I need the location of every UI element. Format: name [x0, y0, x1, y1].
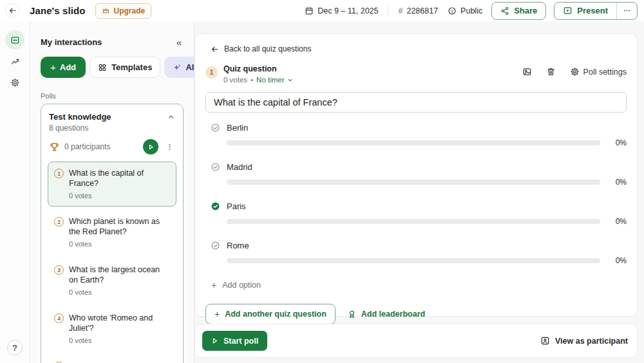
question-number-badge: 3	[54, 265, 64, 275]
question-item-votes: 0 votes	[69, 337, 170, 344]
poll-menu-button[interactable]	[164, 142, 175, 153]
visibility-label: Public	[460, 6, 482, 15]
more-icon	[623, 6, 631, 15]
add-button[interactable]: + Add	[41, 57, 86, 78]
question-item-body: Who wrote 'Romeo and Juliet'? 0 votes	[69, 313, 170, 344]
option-label-row: Rome	[205, 241, 627, 250]
delete-question-button[interactable]	[546, 67, 556, 77]
question-item-text: Which planet is known as the Red Planet?	[69, 216, 170, 237]
collapse-sidebar-button[interactable]: «	[175, 36, 184, 48]
play-icon	[211, 337, 218, 344]
add-quiz-question-button[interactable]: + Add another quiz question	[205, 304, 336, 324]
image-icon	[522, 67, 532, 77]
add-option-button[interactable]: + Add option	[205, 280, 261, 290]
correct-answer-icon[interactable]	[211, 201, 220, 211]
present-label: Present	[577, 6, 608, 15]
left-rail: ?	[0, 21, 30, 363]
page-title: Jane's slido	[30, 5, 85, 16]
option-result-row: 0%	[227, 138, 627, 147]
question-list-item[interactable]: 5 What is the smallest country in the wo…	[48, 355, 176, 363]
option-label-row: Berlin	[205, 123, 627, 133]
present-button[interactable]: Present	[554, 3, 616, 19]
start-poll-button[interactable]: Start poll	[202, 331, 267, 351]
correct-toggle-icon[interactable]	[211, 241, 220, 250]
share-label: Share	[514, 6, 537, 15]
question-list-item[interactable]: 3 What is the largest ocean on Earth? 0 …	[48, 258, 176, 303]
poll-meta-row: 0 participants	[49, 139, 175, 154]
sidebar-header: My interactions «	[41, 36, 184, 48]
poll-settings-button[interactable]: Poll settings	[570, 67, 627, 77]
question-number-badge: 1	[54, 169, 64, 178]
interactions-icon	[10, 35, 20, 45]
correct-toggle-icon[interactable]	[211, 162, 220, 172]
option-percent: 0%	[607, 217, 627, 226]
question-input[interactable]	[205, 92, 627, 113]
add-label: Add	[60, 62, 76, 72]
plus-icon: +	[214, 309, 220, 319]
option-label[interactable]: Madrid	[227, 162, 252, 172]
question-type-label: Quiz question	[223, 64, 294, 73]
plus-icon: +	[211, 280, 216, 290]
option-label-row: Paris	[205, 201, 627, 211]
question-votes: 0 votes	[223, 76, 247, 84]
kebab-icon	[166, 143, 174, 151]
question-item-votes: 0 votes	[69, 192, 170, 200]
question-item-text: What is the largest ocean on Earth?	[69, 265, 170, 285]
hash-icon: #	[398, 6, 402, 15]
question-item-votes: 0 votes	[69, 288, 170, 296]
add-leaderboard-button[interactable]: Add leaderboard	[347, 310, 425, 319]
polls-section-label: Polls	[41, 92, 184, 100]
arrow-left-icon	[8, 6, 17, 15]
upgrade-button[interactable]: Upgrade	[95, 3, 151, 19]
add-image-button[interactable]	[522, 67, 532, 77]
help-button[interactable]: ?	[7, 340, 23, 355]
option-label[interactable]: Rome	[227, 241, 249, 250]
back-to-questions-link[interactable]: Back to all quiz questions	[205, 44, 311, 53]
share-button[interactable]: Share	[491, 2, 546, 20]
poll-footer-bar: Start poll View as participant	[194, 324, 638, 358]
separator-dot: •	[251, 76, 253, 84]
option-result-row: 0%	[227, 178, 627, 187]
correct-toggle-icon[interactable]	[211, 123, 220, 133]
visibility-status[interactable]: Public	[448, 6, 482, 15]
poll-title: Test knowledge	[49, 112, 111, 122]
event-code-value: 2286817	[406, 6, 438, 15]
play-poll-button[interactable]	[143, 139, 158, 154]
option-label[interactable]: Paris	[227, 201, 246, 211]
option-row: Madrid 0%	[205, 162, 627, 187]
back-button[interactable]	[5, 3, 20, 18]
gear-icon	[570, 67, 580, 77]
topbar-divider	[388, 6, 388, 15]
gear-icon	[10, 78, 20, 88]
templates-button[interactable]: Templates	[90, 57, 160, 78]
option-row: Rome 0%	[205, 241, 627, 265]
rail-item-interactions[interactable]	[5, 30, 24, 50]
participants-count: 0 participants	[64, 142, 143, 151]
question-list-item[interactable]: 1 What is the capital of France? 0 votes	[48, 162, 176, 207]
option-progress-bar	[227, 258, 600, 263]
templates-label: Templates	[111, 62, 152, 72]
present-more-button[interactable]	[616, 3, 637, 19]
option-label[interactable]: Berlin	[227, 123, 248, 133]
question-list-item[interactable]: 2 Which planet is known as the Red Plane…	[48, 210, 176, 255]
question-item-text: Who wrote 'Romeo and Juliet'?	[69, 313, 170, 333]
rail-item-settings[interactable]	[5, 73, 24, 92]
view-as-participant-button[interactable]: View as participant	[540, 336, 628, 346]
rail-item-analytics[interactable]	[5, 51, 24, 71]
present-button-group: Present	[554, 2, 638, 20]
option-row: Berlin 0%	[205, 123, 627, 147]
add-option-label: Add option	[222, 281, 261, 290]
calendar-icon	[305, 6, 314, 15]
present-icon	[563, 6, 573, 15]
question-item-body: What is the largest ocean on Earth? 0 vo…	[69, 265, 170, 296]
question-item-text: What is the capital of France?	[69, 168, 170, 189]
start-poll-label: Start poll	[223, 337, 258, 346]
participant-view-icon	[540, 336, 550, 346]
poll-card-header: Test knowledge	[48, 112, 176, 122]
option-result-row: 0%	[227, 217, 627, 226]
question-list-item[interactable]: 4 Who wrote 'Romeo and Juliet'? 0 votes	[48, 306, 176, 351]
collapse-poll-button[interactable]	[167, 113, 175, 121]
timer-button[interactable]: No timer	[256, 76, 293, 84]
add-actions-row: + Add another quiz question Add leaderbo…	[205, 304, 627, 324]
poll-card: Test knowledge 8 questions 0 participant…	[41, 104, 184, 363]
